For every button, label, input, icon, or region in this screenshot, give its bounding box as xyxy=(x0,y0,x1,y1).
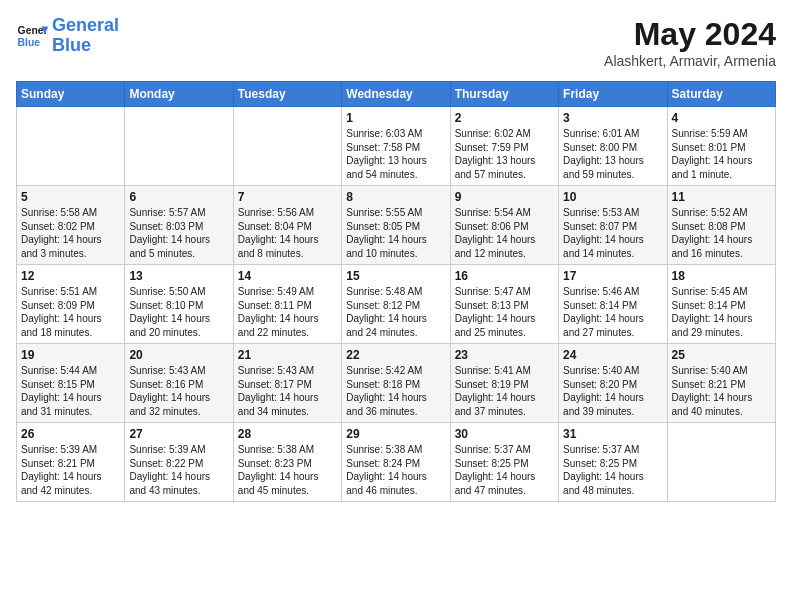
day-info: Sunrise: 5:37 AMSunset: 8:25 PMDaylight:… xyxy=(455,443,554,497)
day-number: 6 xyxy=(129,190,228,204)
calendar-cell: 20Sunrise: 5:43 AMSunset: 8:16 PMDayligh… xyxy=(125,344,233,423)
day-info: Sunrise: 5:40 AMSunset: 8:20 PMDaylight:… xyxy=(563,364,662,418)
day-info: Sunrise: 5:52 AMSunset: 8:08 PMDaylight:… xyxy=(672,206,771,260)
day-number: 15 xyxy=(346,269,445,283)
day-info: Sunrise: 5:38 AMSunset: 8:23 PMDaylight:… xyxy=(238,443,337,497)
day-number: 16 xyxy=(455,269,554,283)
calendar-cell: 22Sunrise: 5:42 AMSunset: 8:18 PMDayligh… xyxy=(342,344,450,423)
day-number: 30 xyxy=(455,427,554,441)
day-number: 1 xyxy=(346,111,445,125)
day-info: Sunrise: 6:02 AMSunset: 7:59 PMDaylight:… xyxy=(455,127,554,181)
day-number: 3 xyxy=(563,111,662,125)
calendar-cell xyxy=(17,107,125,186)
day-number: 18 xyxy=(672,269,771,283)
calendar-cell: 3Sunrise: 6:01 AMSunset: 8:00 PMDaylight… xyxy=(559,107,667,186)
day-info: Sunrise: 5:53 AMSunset: 8:07 PMDaylight:… xyxy=(563,206,662,260)
weekday-header: Thursday xyxy=(450,82,558,107)
day-info: Sunrise: 6:01 AMSunset: 8:00 PMDaylight:… xyxy=(563,127,662,181)
calendar-cell: 25Sunrise: 5:40 AMSunset: 8:21 PMDayligh… xyxy=(667,344,775,423)
calendar-cell: 6Sunrise: 5:57 AMSunset: 8:03 PMDaylight… xyxy=(125,186,233,265)
day-info: Sunrise: 5:45 AMSunset: 8:14 PMDaylight:… xyxy=(672,285,771,339)
logo-text: GeneralBlue xyxy=(52,16,119,56)
calendar-cell: 4Sunrise: 5:59 AMSunset: 8:01 PMDaylight… xyxy=(667,107,775,186)
day-number: 27 xyxy=(129,427,228,441)
day-info: Sunrise: 5:57 AMSunset: 8:03 PMDaylight:… xyxy=(129,206,228,260)
day-info: Sunrise: 5:37 AMSunset: 8:25 PMDaylight:… xyxy=(563,443,662,497)
day-number: 19 xyxy=(21,348,120,362)
day-number: 28 xyxy=(238,427,337,441)
title-block: May 2024 Alashkert, Armavir, Armenia xyxy=(604,16,776,69)
day-info: Sunrise: 5:39 AMSunset: 8:22 PMDaylight:… xyxy=(129,443,228,497)
day-number: 11 xyxy=(672,190,771,204)
calendar-week-row: 5Sunrise: 5:58 AMSunset: 8:02 PMDaylight… xyxy=(17,186,776,265)
calendar-cell: 15Sunrise: 5:48 AMSunset: 8:12 PMDayligh… xyxy=(342,265,450,344)
calendar-cell: 28Sunrise: 5:38 AMSunset: 8:23 PMDayligh… xyxy=(233,423,341,502)
calendar-cell: 24Sunrise: 5:40 AMSunset: 8:20 PMDayligh… xyxy=(559,344,667,423)
day-number: 2 xyxy=(455,111,554,125)
day-number: 12 xyxy=(21,269,120,283)
day-info: Sunrise: 5:47 AMSunset: 8:13 PMDaylight:… xyxy=(455,285,554,339)
day-info: Sunrise: 5:59 AMSunset: 8:01 PMDaylight:… xyxy=(672,127,771,181)
calendar-cell: 30Sunrise: 5:37 AMSunset: 8:25 PMDayligh… xyxy=(450,423,558,502)
day-info: Sunrise: 5:58 AMSunset: 8:02 PMDaylight:… xyxy=(21,206,120,260)
calendar-cell: 1Sunrise: 6:03 AMSunset: 7:58 PMDaylight… xyxy=(342,107,450,186)
calendar-week-row: 12Sunrise: 5:51 AMSunset: 8:09 PMDayligh… xyxy=(17,265,776,344)
calendar-cell: 9Sunrise: 5:54 AMSunset: 8:06 PMDaylight… xyxy=(450,186,558,265)
day-number: 5 xyxy=(21,190,120,204)
day-number: 29 xyxy=(346,427,445,441)
weekday-header: Saturday xyxy=(667,82,775,107)
calendar-cell: 5Sunrise: 5:58 AMSunset: 8:02 PMDaylight… xyxy=(17,186,125,265)
calendar-cell: 13Sunrise: 5:50 AMSunset: 8:10 PMDayligh… xyxy=(125,265,233,344)
calendar-cell: 14Sunrise: 5:49 AMSunset: 8:11 PMDayligh… xyxy=(233,265,341,344)
weekday-header-row: SundayMondayTuesdayWednesdayThursdayFrid… xyxy=(17,82,776,107)
calendar-week-row: 19Sunrise: 5:44 AMSunset: 8:15 PMDayligh… xyxy=(17,344,776,423)
day-info: Sunrise: 5:46 AMSunset: 8:14 PMDaylight:… xyxy=(563,285,662,339)
calendar-cell: 11Sunrise: 5:52 AMSunset: 8:08 PMDayligh… xyxy=(667,186,775,265)
logo-icon: General Blue xyxy=(16,20,48,52)
day-info: Sunrise: 5:54 AMSunset: 8:06 PMDaylight:… xyxy=(455,206,554,260)
svg-text:Blue: Blue xyxy=(18,36,41,47)
weekday-header: Sunday xyxy=(17,82,125,107)
weekday-header: Tuesday xyxy=(233,82,341,107)
day-info: Sunrise: 5:49 AMSunset: 8:11 PMDaylight:… xyxy=(238,285,337,339)
calendar-cell: 7Sunrise: 5:56 AMSunset: 8:04 PMDaylight… xyxy=(233,186,341,265)
day-info: Sunrise: 5:43 AMSunset: 8:16 PMDaylight:… xyxy=(129,364,228,418)
day-number: 14 xyxy=(238,269,337,283)
calendar-cell xyxy=(125,107,233,186)
day-info: Sunrise: 5:55 AMSunset: 8:05 PMDaylight:… xyxy=(346,206,445,260)
day-info: Sunrise: 5:56 AMSunset: 8:04 PMDaylight:… xyxy=(238,206,337,260)
calendar-cell: 27Sunrise: 5:39 AMSunset: 8:22 PMDayligh… xyxy=(125,423,233,502)
day-number: 22 xyxy=(346,348,445,362)
location: Alashkert, Armavir, Armenia xyxy=(604,53,776,69)
calendar-cell: 19Sunrise: 5:44 AMSunset: 8:15 PMDayligh… xyxy=(17,344,125,423)
day-info: Sunrise: 6:03 AMSunset: 7:58 PMDaylight:… xyxy=(346,127,445,181)
calendar-cell: 21Sunrise: 5:43 AMSunset: 8:17 PMDayligh… xyxy=(233,344,341,423)
day-info: Sunrise: 5:44 AMSunset: 8:15 PMDaylight:… xyxy=(21,364,120,418)
calendar-cell: 31Sunrise: 5:37 AMSunset: 8:25 PMDayligh… xyxy=(559,423,667,502)
calendar-cell: 17Sunrise: 5:46 AMSunset: 8:14 PMDayligh… xyxy=(559,265,667,344)
calendar-cell: 16Sunrise: 5:47 AMSunset: 8:13 PMDayligh… xyxy=(450,265,558,344)
logo: General Blue GeneralBlue xyxy=(16,16,119,56)
page-header: General Blue GeneralBlue May 2024 Alashk… xyxy=(16,16,776,69)
day-number: 8 xyxy=(346,190,445,204)
day-info: Sunrise: 5:40 AMSunset: 8:21 PMDaylight:… xyxy=(672,364,771,418)
day-number: 21 xyxy=(238,348,337,362)
day-number: 9 xyxy=(455,190,554,204)
calendar-cell: 29Sunrise: 5:38 AMSunset: 8:24 PMDayligh… xyxy=(342,423,450,502)
calendar-cell: 10Sunrise: 5:53 AMSunset: 8:07 PMDayligh… xyxy=(559,186,667,265)
day-number: 13 xyxy=(129,269,228,283)
calendar-week-row: 1Sunrise: 6:03 AMSunset: 7:58 PMDaylight… xyxy=(17,107,776,186)
day-number: 23 xyxy=(455,348,554,362)
month-year: May 2024 xyxy=(604,16,776,53)
day-info: Sunrise: 5:42 AMSunset: 8:18 PMDaylight:… xyxy=(346,364,445,418)
day-number: 24 xyxy=(563,348,662,362)
day-number: 4 xyxy=(672,111,771,125)
day-info: Sunrise: 5:41 AMSunset: 8:19 PMDaylight:… xyxy=(455,364,554,418)
day-info: Sunrise: 5:48 AMSunset: 8:12 PMDaylight:… xyxy=(346,285,445,339)
calendar-cell: 26Sunrise: 5:39 AMSunset: 8:21 PMDayligh… xyxy=(17,423,125,502)
day-number: 25 xyxy=(672,348,771,362)
weekday-header: Friday xyxy=(559,82,667,107)
calendar-cell: 23Sunrise: 5:41 AMSunset: 8:19 PMDayligh… xyxy=(450,344,558,423)
calendar-cell: 12Sunrise: 5:51 AMSunset: 8:09 PMDayligh… xyxy=(17,265,125,344)
calendar-cell xyxy=(667,423,775,502)
